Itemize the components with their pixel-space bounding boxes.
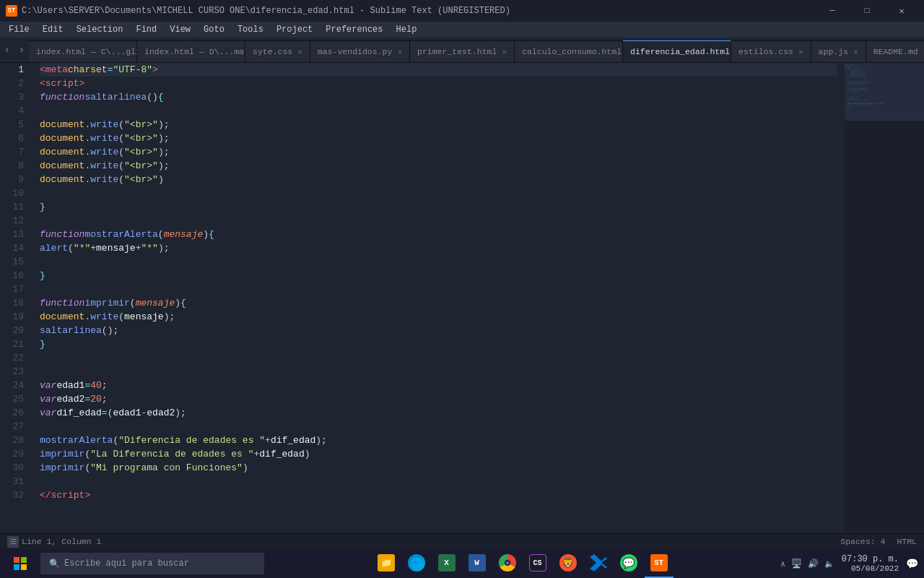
taskbar-sublime[interactable]: ST — [645, 549, 674, 578]
taskbar-word[interactable]: W — [463, 549, 492, 578]
line-num: 9 — [9, 173, 24, 186]
menu-edit[interactable]: Edit — [37, 23, 69, 36]
tab-primer-test[interactable]: primer_test.html ✕ — [410, 40, 515, 62]
maximize-button[interactable]: □ — [850, 0, 884, 22]
line-num: 11 — [9, 200, 24, 214]
tab-app-js[interactable]: app.js ✕ — [811, 40, 866, 62]
svg-rect-1 — [21, 557, 27, 563]
code-line — [40, 475, 837, 488]
tab-close[interactable]: ✕ — [798, 47, 803, 56]
line-num: 27 — [9, 420, 24, 434]
close-button[interactable]: ✕ — [885, 0, 918, 22]
tab-close[interactable]: ✕ — [297, 47, 302, 56]
taskbar-chrome[interactable] — [493, 549, 522, 578]
menu-view[interactable]: View — [164, 23, 196, 36]
tray-chevron[interactable]: ∧ — [780, 559, 785, 569]
statusbar-line-col[interactable]: Line 1, Column 1 — [22, 537, 101, 546]
taskbar-brave[interactable]: 🦁 — [554, 549, 583, 578]
code-line: mostrarAlerta("Diferencia de edades es "… — [40, 434, 837, 447]
tab-label: syte.css — [253, 47, 292, 56]
tab-syte-css[interactable]: syte.css ✕ — [245, 40, 310, 62]
tab-label: primer_test.html — [417, 47, 497, 56]
tab-readme-md[interactable]: README.md ✕ — [866, 40, 924, 62]
code-line: } — [40, 337, 837, 351]
menu-tools[interactable]: Tools — [232, 23, 269, 36]
tab-mas-vendidos[interactable]: mas-vendidos.py ✕ — [310, 40, 410, 62]
code-line: } — [40, 269, 837, 282]
code-line — [40, 365, 837, 379]
titlebar: ST C:\Users\SERVER\Documents\MICHELL CUR… — [0, 0, 924, 22]
statusbar-left: ☰ Line 1, Column 1 — [7, 536, 101, 548]
tab-close[interactable]: ✕ — [853, 47, 858, 56]
svg-rect-0 — [14, 557, 19, 563]
taskbar-whatsapp[interactable]: 💬 — [614, 549, 643, 578]
sys-tray: ∧ 🖥️ 🔊 🔈 — [780, 558, 834, 569]
line-num: 15 — [9, 255, 24, 269]
line-num: 29 — [9, 447, 24, 461]
code-line: saltarlinea(); — [40, 324, 837, 337]
clock-date: 05/08/2022 — [842, 564, 899, 573]
tabbar: ‹ › index.html — C\...glider ✕ index.htm… — [0, 38, 924, 63]
line-num: 24 — [9, 379, 24, 392]
line-num: 5 — [9, 118, 24, 131]
tab-label: calculo_consumo.html — [522, 47, 622, 56]
tab-index-glider[interactable]: index.html — C\...glider ✕ — [29, 40, 137, 62]
menu-help[interactable]: Help — [391, 23, 423, 36]
tab-index-matcha[interactable]: index.html — D\...matcha ✕ — [137, 40, 245, 62]
sublime-icon: ST — [650, 554, 668, 571]
menu-file[interactable]: File — [3, 23, 35, 36]
line-num: 23 — [9, 365, 24, 379]
taskbar-cursor[interactable]: CS — [523, 549, 552, 578]
statusbar-spaces[interactable]: Spaces: 4 — [840, 537, 885, 546]
tray-network: 🖥️ — [791, 558, 802, 569]
menu-find[interactable]: Find — [130, 23, 162, 36]
statusbar-syntax[interactable]: HTML — [897, 537, 917, 546]
menu-project[interactable]: Project — [271, 23, 318, 36]
tab-close[interactable]: ✕ — [397, 47, 402, 56]
taskbar-excel[interactable]: X — [432, 549, 461, 578]
tab-calculo-consumo[interactable]: calculo_consumo.html ✕ — [515, 40, 623, 62]
taskbar-file-explorer[interactable]: 📁 — [372, 549, 401, 578]
minimize-button[interactable]: ─ — [816, 0, 849, 22]
line-num: 25 — [9, 392, 24, 406]
vscode-icon — [590, 554, 607, 571]
code-line: document.write(mensaje); — [40, 310, 837, 324]
menu-selection[interactable]: Selection — [71, 23, 129, 36]
code-line: <meta charset="UTF-8"> — [40, 63, 837, 77]
brave-icon: 🦁 — [559, 554, 577, 571]
code-line: document.write("<br>"); — [40, 131, 837, 145]
tab-prev[interactable]: ‹ — [0, 38, 14, 62]
statusbar-right: Spaces: 4 HTML — [840, 537, 917, 546]
notification-btn[interactable]: 💬 — [906, 558, 918, 570]
taskbar-apps: 📁 🌐 X W CS 🦁 💬 — [372, 549, 674, 578]
chrome-icon — [499, 554, 516, 571]
code-area[interactable]: <meta charset="UTF-8"> <script> function… — [32, 63, 845, 533]
taskbar-edge[interactable]: 🌐 — [402, 549, 431, 578]
app-icon: ST — [6, 5, 17, 17]
taskbar-vscode[interactable] — [584, 549, 613, 578]
tab-estilos-css[interactable]: estilos.css ✕ — [731, 40, 811, 62]
tab-close[interactable]: ✕ — [502, 47, 507, 56]
line-num: 8 — [9, 159, 24, 173]
code-line: imprimir("Mi programa con Funciones") — [40, 461, 837, 475]
code-line — [40, 104, 837, 118]
code-line: document.write("<br>"); — [40, 159, 837, 173]
tab-diferencia-edad[interactable]: diferencia_edad.html ✕ — [623, 40, 731, 62]
menu-goto[interactable]: Goto — [198, 23, 230, 36]
statusbar: ☰ Line 1, Column 1 Spaces: 4 HTML — [0, 533, 924, 549]
start-button[interactable] — [6, 549, 35, 578]
menu-preferences[interactable]: Preferences — [320, 23, 388, 36]
minimap: <meta charset="UTF-8"> <script> function… — [845, 63, 924, 533]
titlebar-left: ST C:\Users\SERVER\Documents\MICHELL CUR… — [6, 5, 510, 17]
search-bar[interactable]: 🔍 Escribe aquí para buscar — [40, 553, 264, 574]
line-num: 19 — [9, 310, 24, 324]
line-num: 18 — [9, 296, 24, 310]
clock[interactable]: 07:30 p. m. 05/08/2022 — [842, 554, 899, 573]
code-line: function saltarlinea () { — [40, 90, 837, 104]
taskbar: 🔍 Escribe aquí para buscar 📁 🌐 X W CS 🦁 — [0, 549, 924, 578]
line-num: 31 — [9, 475, 24, 488]
tab-next[interactable]: › — [14, 38, 29, 62]
code-line — [40, 282, 837, 296]
code-line: function imprimir (mensaje) { — [40, 296, 837, 310]
line-num: 26 — [9, 406, 24, 420]
